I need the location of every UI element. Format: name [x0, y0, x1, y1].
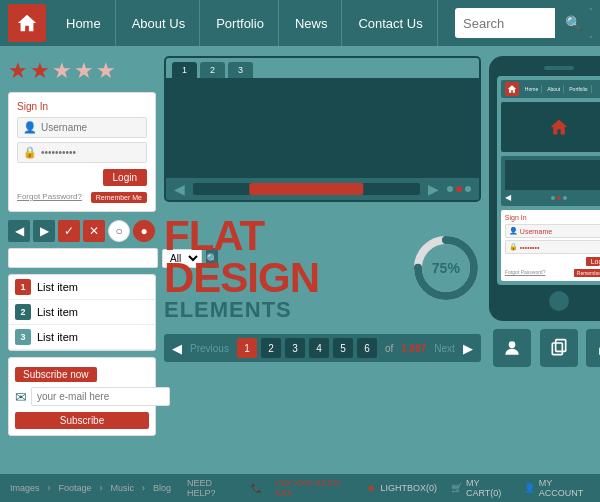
browser-forward[interactable]: ▶ — [428, 181, 439, 197]
copy-icon-box[interactable] — [540, 329, 578, 367]
page-4[interactable]: 4 — [309, 338, 329, 358]
radio-empty-btn[interactable]: ○ — [108, 220, 130, 242]
browser-tab-3[interactable]: 3 — [228, 62, 253, 78]
phone-user-icon: 👤 — [509, 227, 518, 235]
prev-btn[interactable]: ◀ — [8, 220, 30, 242]
center-column: 1 2 3 ◀ ▶ FLAT DESIGN — [164, 56, 481, 464]
page-1[interactable]: 1 — [237, 338, 257, 358]
page-6[interactable]: 6 — [357, 338, 377, 358]
bottom-icons-row — [489, 329, 600, 367]
phone-login-box: Sign In 👤 Username 🔒 •••••••• Login Forg… — [501, 210, 600, 281]
nav-controls: ◀ ▶ ✓ ✕ ○ ● — [8, 220, 156, 242]
login-button[interactable]: Login — [103, 169, 147, 186]
cart-icon: 🛒 — [451, 483, 462, 493]
svg-rect-6 — [552, 343, 562, 355]
phone-speaker — [544, 66, 574, 70]
list-item[interactable]: 3 List item — [9, 325, 155, 350]
star-4[interactable]: ★ — [74, 58, 94, 84]
password-input[interactable] — [41, 147, 121, 158]
phone-nav: Home About Portfolio — [501, 80, 600, 98]
page-next-label[interactable]: Next — [434, 343, 455, 354]
filter-input[interactable] — [8, 248, 158, 268]
search-button[interactable]: 🔍 — [555, 8, 592, 38]
page-next-arrow[interactable]: ▶ — [463, 341, 473, 356]
nav-contact[interactable]: Contact Us — [344, 0, 437, 46]
phone-nav-items: Home About Portfolio — [522, 85, 592, 93]
login-links: Forgot Password? Remember Me — [17, 192, 147, 203]
nav-home[interactable]: Home — [52, 0, 116, 46]
phone-forgot-link[interactable]: Forgot Password? — [505, 269, 546, 277]
footer-cart[interactable]: 🛒 MY CART(0) — [451, 478, 510, 498]
cross-btn[interactable]: ✕ — [83, 220, 105, 242]
footer-right: ★ LIGHTBOX(0) 🛒 MY CART(0) 👤 MY ACCOUNT — [366, 478, 590, 498]
footer-phone-number: +XX XXX-XXXX-XXX — [274, 478, 354, 498]
list-num-2: 2 — [15, 304, 31, 320]
lock-icon-box[interactable] — [586, 329, 600, 367]
page-3[interactable]: 3 — [285, 338, 305, 358]
nav-news[interactable]: News — [281, 0, 343, 46]
list-num-3: 3 — [15, 329, 31, 345]
star-2[interactable]: ★ — [30, 58, 50, 84]
subscribe-label: Subscribe now — [15, 367, 97, 382]
page-prev-arrow[interactable]: ◀ — [172, 341, 182, 356]
list-item[interactable]: 2 List item — [9, 300, 155, 325]
nav-logo[interactable] — [8, 4, 46, 42]
check-btn[interactable]: ✓ — [58, 220, 80, 242]
star-1[interactable]: ★ — [8, 58, 28, 84]
flat-title: FLAT — [164, 215, 401, 257]
footer-link-footage[interactable]: Footage — [59, 483, 92, 493]
svg-rect-7 — [555, 340, 565, 352]
footer-cart-label: MY CART(0) — [466, 478, 510, 498]
password-field: 🔒 — [17, 142, 147, 163]
login-box: Sign In 👤 🔒 Login Forgot Password? Remem… — [8, 92, 156, 212]
footer-link-images[interactable]: Images — [10, 483, 40, 493]
phone-username-text: Username — [520, 228, 552, 235]
page-5[interactable]: 5 — [333, 338, 353, 358]
nav-about[interactable]: About Us — [118, 0, 200, 46]
next-btn[interactable]: ▶ — [33, 220, 55, 242]
phone-browser: ◀ ▶ — [501, 156, 600, 206]
footer: Images › Footage › Music › Blog NEED HEL… — [0, 474, 600, 502]
subscribe-button[interactable]: Subscribe — [15, 412, 149, 429]
subscribe-email-input[interactable] — [31, 387, 170, 406]
phone-password-field: 🔒 •••••••• — [505, 240, 600, 254]
browser-tab-2[interactable]: 2 — [200, 62, 225, 78]
footer-link-music[interactable]: Music — [111, 483, 135, 493]
phone-dot-1 — [551, 196, 555, 200]
footer-link-blog[interactable]: Blog — [153, 483, 171, 493]
list-item-label-2: List item — [37, 306, 78, 318]
navbar: Home About Us Portfolio News Contact Us … — [0, 0, 600, 46]
browser-tab-1[interactable]: 1 — [172, 62, 197, 78]
copy-icon — [549, 338, 569, 358]
list-item-label-1: List item — [37, 281, 78, 293]
dot-1 — [447, 186, 453, 192]
svg-marker-4 — [551, 120, 568, 135]
donut-label: 75% — [432, 260, 460, 276]
lightbox-star-icon: ★ — [366, 482, 376, 495]
username-input[interactable] — [41, 122, 121, 133]
forgot-password-link[interactable]: Forgot Password? — [17, 192, 82, 203]
phone-nav-about[interactable]: About — [544, 85, 564, 93]
list-item[interactable]: 1 List item — [9, 275, 155, 300]
phone-home-button[interactable] — [549, 291, 569, 311]
page-2[interactable]: 2 — [261, 338, 281, 358]
elements-title: ELEMENTS — [164, 299, 401, 321]
phone-login-button[interactable]: Login — [586, 257, 600, 266]
phone-nav-home[interactable]: Home — [522, 85, 542, 93]
phone-browser-arrow-l[interactable]: ◀ — [505, 193, 511, 202]
radio-filled-btn[interactable]: ● — [133, 220, 155, 242]
search-input[interactable] — [455, 12, 555, 35]
footer-account[interactable]: 👤 MY ACCOUNT — [524, 478, 590, 498]
browser-back[interactable]: ◀ — [174, 181, 185, 197]
user-icon-box[interactable] — [493, 329, 531, 367]
star-3[interactable]: ★ — [52, 58, 72, 84]
page-prev-label[interactable]: Previous — [190, 343, 229, 354]
nav-portfolio[interactable]: Portfolio — [202, 0, 279, 46]
browser-content — [166, 78, 479, 178]
star-5[interactable]: ★ — [96, 58, 116, 84]
left-column: ★ ★ ★ ★ ★ Sign In 👤 🔒 Login Forgot Passw… — [8, 56, 156, 464]
browser-tabs: 1 2 3 — [166, 58, 479, 78]
phone-nav-portfolio[interactable]: Portfolio — [566, 85, 591, 93]
footer-lightbox[interactable]: ★ LIGHTBOX(0) — [366, 482, 437, 495]
remember-me-label: Remember Me — [91, 192, 147, 203]
